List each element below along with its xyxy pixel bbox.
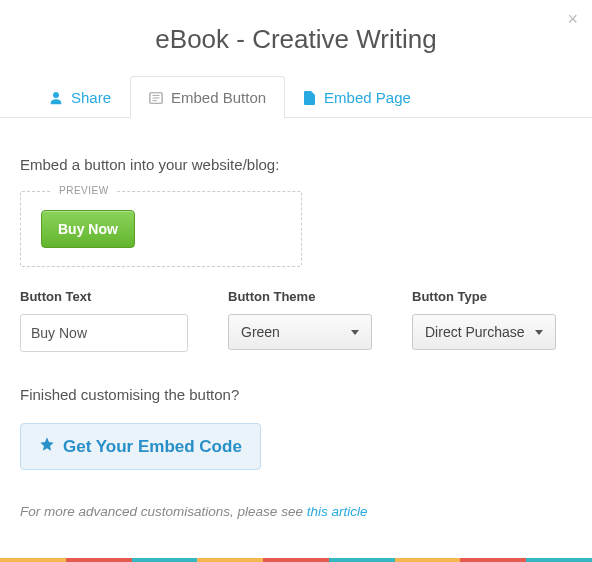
instruction-text: Embed a button into your website/blog: [20, 156, 572, 173]
tab-embed-button-label: Embed Button [171, 89, 266, 106]
advanced-link[interactable]: this article [307, 504, 368, 519]
code-block-icon [149, 91, 163, 105]
tab-share[interactable]: Share [30, 76, 130, 118]
advanced-text: For more advanced customisations, please… [20, 504, 307, 519]
caret-down-icon [351, 330, 359, 335]
field-button-type: Button Type Direct Purchase [412, 289, 556, 352]
preview-box: PREVIEW Buy Now [20, 191, 302, 267]
footer-stripe [0, 558, 592, 562]
button-text-label: Button Text [20, 289, 188, 304]
tab-embed-page[interactable]: Embed Page [285, 76, 430, 118]
button-type-value: Direct Purchase [425, 324, 525, 340]
button-type-label: Button Type [412, 289, 556, 304]
close-icon[interactable]: × [567, 10, 578, 28]
get-embed-code-label: Get Your Embed Code [63, 437, 242, 457]
field-row: Button Text Button Theme Green Button Ty… [20, 289, 572, 352]
field-button-theme: Button Theme Green [228, 289, 372, 352]
preview-label: PREVIEW [51, 185, 117, 196]
star-icon [39, 436, 55, 457]
tab-embed-page-label: Embed Page [324, 89, 411, 106]
button-theme-value: Green [241, 324, 280, 340]
button-theme-select[interactable]: Green [228, 314, 372, 350]
button-type-select[interactable]: Direct Purchase [412, 314, 556, 350]
field-button-text: Button Text [20, 289, 188, 352]
finished-prompt: Finished customising the button? [20, 386, 572, 403]
content: Embed a button into your website/blog: P… [0, 118, 592, 539]
button-theme-label: Button Theme [228, 289, 372, 304]
button-text-input[interactable] [20, 314, 188, 352]
caret-down-icon [535, 330, 543, 335]
tab-share-label: Share [71, 89, 111, 106]
page-title: eBook - Creative Writing [0, 0, 592, 75]
advanced-note: For more advanced customisations, please… [20, 504, 572, 519]
tabs: Share Embed Button Embed Page [0, 75, 592, 118]
person-icon [49, 91, 63, 105]
file-icon [304, 91, 316, 105]
get-embed-code-button[interactable]: Get Your Embed Code [20, 423, 261, 470]
tab-embed-button[interactable]: Embed Button [130, 76, 285, 118]
preview-buy-button[interactable]: Buy Now [41, 210, 135, 248]
